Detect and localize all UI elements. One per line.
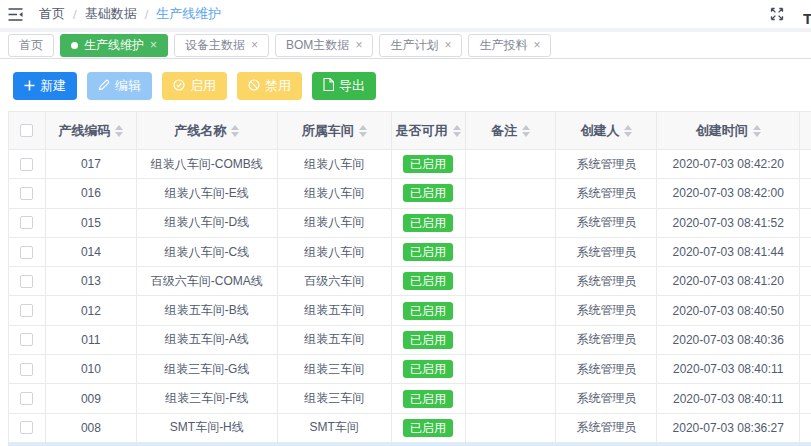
sort-icon[interactable]: [231, 125, 239, 137]
row-checkbox[interactable]: [20, 333, 33, 346]
row-checkbox[interactable]: [20, 304, 33, 317]
cell-workshop: 组装五车间: [278, 326, 392, 355]
user-avatar-fragment[interactable]: T: [803, 10, 811, 27]
disable-button[interactable]: 禁用: [237, 72, 302, 100]
page-tab[interactable]: 生产投料 ×: [468, 34, 551, 57]
sort-icon[interactable]: [453, 125, 461, 137]
close-icon[interactable]: ×: [251, 39, 258, 51]
cell-line-code: 008: [46, 414, 137, 443]
table-row[interactable]: 011 组装五车间-A线 组装五车间 已启用 系统管理员 2020-07-03 …: [9, 326, 811, 355]
page-tab[interactable]: 生产线维护 ×: [60, 34, 168, 57]
tab-label: BOM主数据: [286, 37, 349, 54]
cell-line-name: 组装三车间-G线: [137, 355, 278, 384]
cell-workshop: 组装三车间: [278, 384, 392, 413]
status-badge: 已启用: [403, 184, 453, 202]
cell-created-time: 2020-07-03 08:41:44: [657, 238, 800, 267]
table-row[interactable]: 016 组装八车间-E线 组装八车间 已启用 系统管理员 2020-07-03 …: [9, 179, 811, 208]
row-checkbox[interactable]: [20, 275, 33, 288]
export-button[interactable]: 导出: [312, 72, 376, 100]
active-dot: [71, 42, 78, 49]
table-row[interactable]: 017 组装八车间-COMB线 组装八车间 已启用 系统管理员 2020-07-…: [9, 150, 811, 179]
cell-workshop: SMT车间: [278, 414, 392, 443]
row-checkbox[interactable]: [20, 392, 33, 405]
cell-creator: 系统管理员: [556, 150, 657, 179]
tab-label: 生产计划: [390, 37, 438, 54]
close-icon[interactable]: ×: [355, 39, 362, 51]
cell-line-code: 016: [46, 179, 137, 208]
create-button-label: 新建: [40, 77, 66, 95]
select-all-checkbox[interactable]: [20, 124, 33, 137]
action-toolbar: 新建 编辑 启用 禁用 导出: [0, 59, 811, 100]
column-header-line-name: 产线名称: [174, 122, 226, 140]
cell-workshop: 组装八车间: [278, 150, 392, 179]
cell-remark: [466, 209, 557, 238]
cell-remark: [466, 150, 557, 179]
close-icon[interactable]: ×: [533, 39, 540, 51]
cell-line-code: 010: [46, 355, 137, 384]
status-badge: 已启用: [403, 331, 453, 349]
cell-line-name: 组装八车间-E线: [137, 179, 278, 208]
page-tab[interactable]: BOM主数据 ×: [275, 34, 373, 57]
page-tab[interactable]: 首页: [8, 34, 54, 57]
production-line-table: 产线编码 产线名称 所属车间 是否可用 备注 创建人 创建时间: [8, 111, 811, 443]
cell-workshop: 组装五车间: [278, 296, 392, 325]
cell-created-time: 2020-07-03 08:40:11: [657, 355, 800, 384]
cell-created-time: 2020-07-03 08:42:20: [657, 150, 800, 179]
table-body: 017 组装八车间-COMB线 组装八车间 已启用 系统管理员 2020-07-…: [9, 150, 811, 443]
enable-button[interactable]: 启用: [162, 72, 227, 100]
row-checkbox[interactable]: [20, 246, 33, 259]
table-row[interactable]: 009 组装三车间-F线 组装三车间 已启用 系统管理员 2020-07-03 …: [9, 384, 811, 413]
cell-line-code: 009: [46, 384, 137, 413]
cell-workshop: 组装八车间: [278, 209, 392, 238]
status-badge: 已启用: [403, 243, 453, 261]
cell-creator: 系统管理员: [556, 179, 657, 208]
sort-icon[interactable]: [115, 125, 123, 137]
table-row[interactable]: 008 SMT车间-H线 SMT车间 已启用 系统管理员 2020-07-03 …: [9, 414, 811, 443]
cell-line-name: 组装五车间-A线: [137, 326, 278, 355]
edit-button[interactable]: 编辑: [87, 72, 152, 100]
cell-creator: 系统管理员: [556, 296, 657, 325]
cell-remark: [466, 267, 557, 296]
table-row[interactable]: 012 组装五车间-B线 组装五车间 已启用 系统管理员 2020-07-03 …: [9, 296, 811, 325]
cell-line-name: SMT车间-H线: [137, 414, 278, 443]
cell-created-time: 2020-07-03 08:36:27: [657, 414, 800, 443]
sort-icon[interactable]: [753, 125, 761, 137]
row-checkbox[interactable]: [20, 216, 33, 229]
fullscreen-icon[interactable]: [770, 7, 784, 21]
table-header-row: 产线编码 产线名称 所属车间 是否可用 备注 创建人 创建时间: [9, 112, 811, 150]
cell-created-time: 2020-07-03 08:40:36: [657, 326, 800, 355]
sort-icon[interactable]: [522, 125, 530, 137]
row-checkbox[interactable]: [20, 363, 33, 376]
breadcrumb-item-base-data[interactable]: 基础数据: [85, 5, 137, 23]
breadcrumb-item-current-page: 生产线维护: [156, 5, 221, 23]
cell-line-name: 组装三车间-F线: [137, 384, 278, 413]
cell-workshop: 组装八车间: [278, 179, 392, 208]
close-icon[interactable]: ×: [444, 39, 451, 51]
menu-fold-icon[interactable]: [8, 8, 23, 21]
cell-extra: [800, 209, 811, 238]
row-checkbox[interactable]: [20, 158, 33, 171]
row-checkbox[interactable]: [20, 187, 33, 200]
cell-extra: [800, 414, 811, 443]
table-row[interactable]: 013 百级六车间-COMA线 百级六车间 已启用 系统管理员 2020-07-…: [9, 267, 811, 296]
cell-created-time: 2020-07-03 08:40:11: [657, 384, 800, 413]
table-row[interactable]: 014 组装八车间-C线 组装八车间 已启用 系统管理员 2020-07-03 …: [9, 238, 811, 267]
table-row[interactable]: 015 组装八车间-D线 组装八车间 已启用 系统管理员 2020-07-03 …: [9, 209, 811, 238]
create-button[interactable]: 新建: [13, 72, 77, 100]
tab-label: 设备主数据: [185, 37, 245, 54]
cell-created-time: 2020-07-03 08:41:52: [657, 209, 800, 238]
sort-icon[interactable]: [359, 125, 367, 137]
cell-creator: 系统管理员: [556, 414, 657, 443]
column-header-workshop: 所属车间: [302, 122, 354, 140]
page-tab[interactable]: 生产计划 ×: [379, 34, 462, 57]
sort-icon[interactable]: [624, 125, 632, 137]
table-row[interactable]: 010 组装三车间-G线 组装三车间 已启用 系统管理员 2020-07-03 …: [9, 355, 811, 384]
cell-creator: 系统管理员: [556, 209, 657, 238]
breadcrumb-item-home[interactable]: 首页: [39, 5, 65, 23]
status-badge: 已启用: [403, 360, 453, 378]
row-checkbox[interactable]: [20, 421, 33, 434]
page-tab[interactable]: 设备主数据 ×: [174, 34, 269, 57]
close-icon[interactable]: ×: [150, 39, 157, 51]
plus-icon: [24, 79, 35, 94]
status-badge: 已启用: [403, 419, 453, 437]
